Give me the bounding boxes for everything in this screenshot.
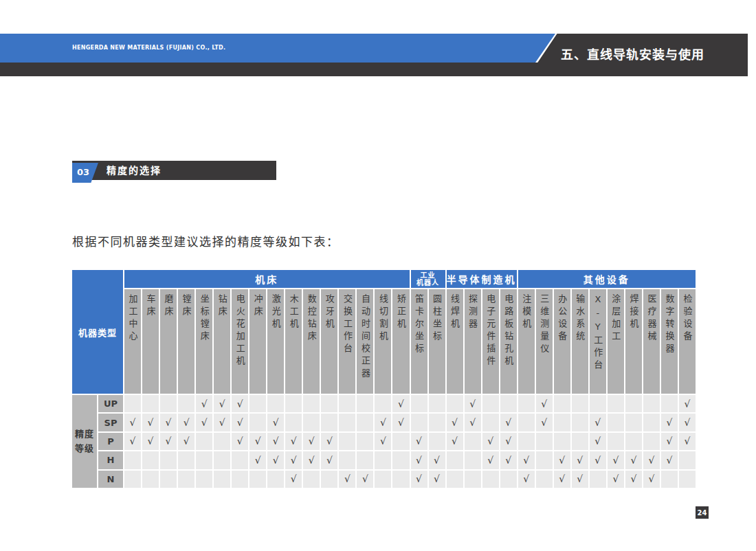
check-cell-checked: √	[267, 451, 284, 469]
check-cell-checked: √	[465, 414, 481, 431]
check-cell	[447, 451, 463, 469]
check-cell-checked: √	[608, 471, 624, 488]
check-cell-checked: √	[124, 433, 141, 450]
check-cell	[465, 471, 481, 488]
check-cell-checked: √	[142, 414, 159, 431]
check-cell-checked: √	[249, 433, 266, 450]
column-header: 线焊机	[447, 289, 463, 394]
check-cell	[214, 471, 230, 488]
check-cell	[608, 395, 624, 412]
check-cell	[375, 395, 391, 412]
check-cell	[357, 395, 373, 412]
check-cell-checked: √	[572, 451, 588, 469]
check-cell	[339, 395, 355, 412]
check-cell-checked: √	[339, 471, 355, 488]
column-header-text: 电路板钻孔机	[504, 294, 513, 368]
check-cell	[429, 433, 445, 450]
check-cell-checked: √	[661, 414, 678, 431]
check-cell	[429, 395, 445, 412]
check-cell	[643, 433, 660, 450]
check-cell-checked: √	[411, 451, 427, 469]
check-cell	[285, 395, 302, 412]
check-cell	[339, 433, 355, 450]
column-header: 电子元件插件	[482, 289, 499, 394]
check-cell	[142, 451, 159, 469]
check-cell	[249, 395, 266, 412]
check-cell	[679, 451, 696, 469]
column-header-text: 矫正机	[397, 294, 405, 331]
check-cell	[178, 451, 194, 469]
check-cell-checked: √	[321, 433, 337, 450]
check-cell	[160, 395, 177, 412]
column-header: 数控钻床	[303, 289, 320, 394]
check-cell-checked: √	[196, 414, 212, 431]
check-cell	[357, 433, 373, 450]
column-header: 自动时间校正器	[357, 289, 373, 394]
column-header: 笛卡尔坐标	[411, 289, 427, 394]
check-cell	[590, 471, 606, 488]
check-cell	[357, 451, 373, 469]
column-header: 输水系统	[572, 289, 588, 394]
check-cell	[124, 451, 141, 469]
check-cell	[465, 433, 481, 450]
column-header: 坐标镗床	[196, 289, 212, 394]
check-cell-checked: √	[232, 414, 248, 431]
column-header-text: 三维测量仪	[540, 294, 548, 356]
check-cell	[392, 451, 409, 469]
column-header-text: 数字转换器	[665, 294, 674, 356]
check-cell-checked: √	[554, 451, 570, 469]
column-header-text: 车床	[146, 294, 155, 319]
check-cell-checked: √	[285, 433, 302, 450]
column-header-text: 电火花加工机	[236, 294, 245, 368]
check-cell-checked: √	[124, 414, 141, 431]
check-cell-checked: √	[500, 433, 517, 450]
check-cell-checked: √	[447, 414, 463, 431]
row-label: H	[98, 451, 123, 469]
check-cell	[536, 471, 553, 488]
column-header: 注模机	[518, 289, 535, 394]
column-header: 涂层加工	[608, 289, 624, 394]
check-cell	[124, 395, 141, 412]
row-label: N	[98, 471, 123, 488]
column-header: 圆柱坐标	[429, 289, 445, 394]
column-header: 检验设备	[679, 289, 696, 394]
check-cell-checked: √	[679, 414, 696, 431]
check-cell	[249, 414, 266, 431]
column-header: 冲床	[249, 289, 266, 394]
group-header: 半导体制造机	[447, 270, 517, 288]
column-header: 攻牙机	[321, 289, 337, 394]
column-header-text: 钻床	[218, 294, 227, 319]
check-cell-checked: √	[536, 414, 553, 431]
group-header: 机床	[124, 270, 410, 288]
check-cell-checked: √	[554, 471, 570, 488]
check-cell	[214, 433, 230, 450]
check-cell-checked: √	[357, 471, 373, 488]
column-header-text: 焊接机	[629, 294, 638, 331]
column-header-text: 镗床	[182, 294, 191, 319]
check-cell	[536, 451, 553, 469]
check-cell-checked: √	[392, 395, 409, 412]
column-header-text: 输水系统	[575, 294, 584, 344]
check-cell	[429, 414, 445, 431]
column-header-text: 磨床	[164, 294, 173, 319]
column-header: 镗床	[178, 289, 194, 394]
check-cell-checked: √	[214, 414, 230, 431]
check-cell	[392, 471, 409, 488]
check-cell-checked: √	[178, 414, 194, 431]
check-cell-checked: √	[303, 433, 320, 450]
check-cell-checked: √	[536, 395, 553, 412]
check-cell	[447, 395, 463, 412]
column-header: 数字转换器	[661, 289, 678, 394]
column-header: 办公设备	[554, 289, 570, 394]
check-cell-checked: √	[500, 451, 517, 469]
check-cell-checked: √	[482, 433, 499, 450]
row-group-label: 精度 等级	[72, 395, 97, 488]
check-cell	[321, 471, 337, 488]
column-header-text: 圆柱坐标	[432, 294, 441, 344]
table-corner-label: 机器类型	[72, 270, 123, 394]
check-cell	[357, 414, 373, 431]
column-header-text: 攻牙机	[325, 294, 334, 331]
column-header: 矫正机	[392, 289, 409, 394]
check-cell-checked: √	[518, 471, 535, 488]
check-cell-checked: √	[178, 433, 194, 450]
